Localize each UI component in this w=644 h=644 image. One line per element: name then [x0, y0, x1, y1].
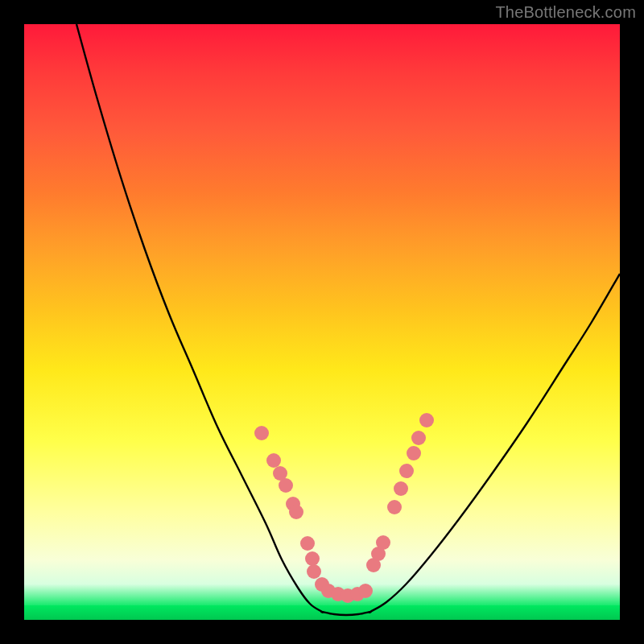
data-marker	[289, 505, 303, 519]
data-marker	[376, 535, 390, 550]
data-marker	[307, 564, 321, 579]
chart-svg	[24, 24, 620, 620]
data-marker	[300, 536, 315, 551]
data-marker	[411, 431, 426, 445]
data-marker	[254, 426, 269, 440]
data-marker	[394, 481, 408, 496]
bottleneck-curve	[76, 24, 620, 615]
data-marker	[305, 551, 320, 566]
data-marker	[399, 464, 414, 478]
data-marker	[266, 453, 281, 468]
data-marker	[387, 500, 402, 514]
data-marker	[279, 478, 293, 493]
chart-frame	[24, 24, 620, 620]
data-marker	[358, 584, 373, 598]
attribution-text: TheBottleneck.com	[495, 3, 636, 22]
data-marker	[419, 413, 434, 427]
data-markers-group	[254, 413, 434, 603]
data-marker	[407, 446, 421, 460]
